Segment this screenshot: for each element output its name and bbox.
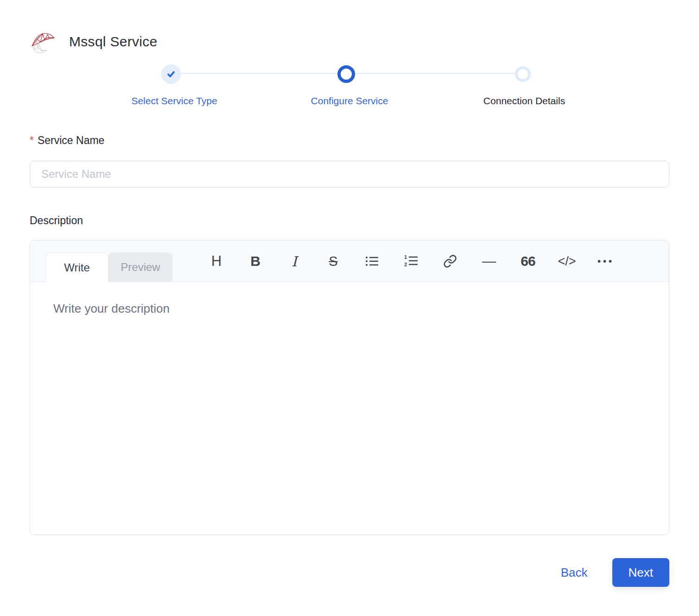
- ordered-list-icon[interactable]: 1 2: [392, 240, 431, 282]
- service-name-label: *Service Name: [30, 134, 104, 147]
- unordered-list-icon[interactable]: [353, 240, 392, 282]
- code-icon[interactable]: </>: [547, 240, 586, 282]
- step-indicator-select-service-type[interactable]: [161, 64, 181, 84]
- next-button[interactable]: Next: [612, 558, 669, 587]
- check-icon: [166, 69, 176, 79]
- italic-icon[interactable]: I: [275, 240, 314, 282]
- service-name-label-text: Service Name: [38, 134, 104, 146]
- required-asterisk: *: [30, 134, 34, 146]
- editor-tabs: Write Preview: [45, 252, 172, 282]
- svg-text:1: 1: [404, 255, 407, 260]
- description-textarea[interactable]: [30, 282, 669, 535]
- wizard-stepper: Select Service Type Configure Service Co…: [30, 64, 669, 110]
- strikethrough-icon[interactable]: S: [314, 240, 353, 282]
- bold-icon[interactable]: B: [236, 240, 275, 282]
- quote-icon[interactable]: 66: [508, 240, 547, 282]
- tab-write[interactable]: Write: [45, 252, 108, 282]
- editor-toolbar-buttons: H B I S 1 2: [197, 240, 625, 282]
- wizard-footer: Back Next: [558, 558, 669, 587]
- horizontal-rule-icon[interactable]: —: [470, 240, 508, 282]
- sql-server-logo-icon: [29, 29, 56, 55]
- step-indicator-connection-details: [515, 66, 531, 82]
- page-header: Mssql Service: [29, 29, 158, 55]
- editor-toolbar: Write Preview H B I S: [30, 240, 669, 282]
- editor-content: [30, 282, 669, 535]
- link-icon[interactable]: [431, 240, 470, 282]
- step-label-connection-details: Connection Details: [483, 95, 565, 107]
- tab-preview[interactable]: Preview: [108, 252, 172, 282]
- description-label: Description: [30, 214, 83, 227]
- heading-icon[interactable]: H: [197, 240, 236, 282]
- more-icon[interactable]: •••: [586, 240, 625, 282]
- step-indicator-configure-service: [337, 65, 355, 83]
- back-button[interactable]: Back: [558, 565, 591, 580]
- svg-text:2: 2: [404, 262, 407, 267]
- step-label-select-service-type[interactable]: Select Service Type: [131, 95, 217, 107]
- description-editor: Write Preview H B I S: [30, 240, 669, 535]
- service-name-input[interactable]: [30, 161, 669, 188]
- configure-service-page: Mssql Service Select Service Type Config…: [0, 0, 699, 616]
- step-label-configure-service: Configure Service: [311, 95, 388, 107]
- page-title: Mssql Service: [69, 34, 158, 50]
